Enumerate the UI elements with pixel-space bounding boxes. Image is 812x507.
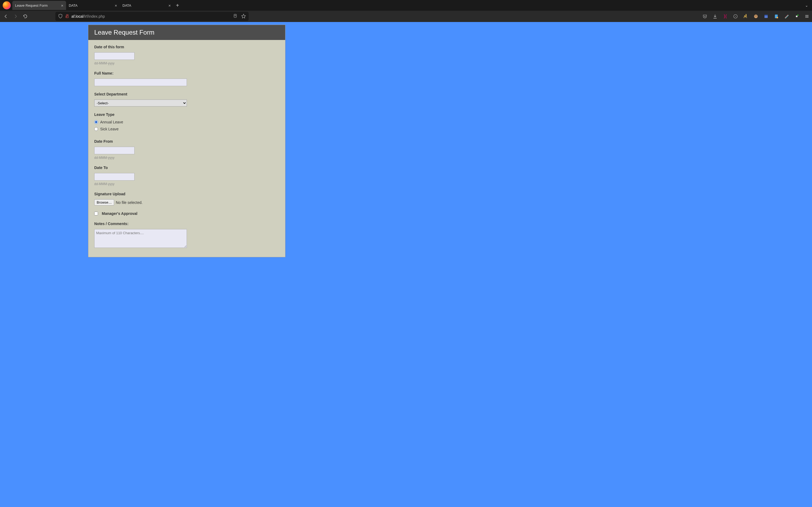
- svg-point-7: [754, 14, 758, 18]
- field-managers-approval: Manager's Approval: [94, 211, 279, 216]
- file-status: No file selected.: [116, 201, 143, 205]
- extension-icon-1[interactable]: [722, 13, 728, 19]
- svg-point-8: [755, 15, 756, 16]
- svg-rect-11: [764, 15, 768, 16]
- extension-icon-6[interactable]: [773, 13, 779, 19]
- browse-button[interactable]: Browse…: [94, 199, 114, 206]
- arrow-right-icon: [13, 14, 18, 19]
- tabs-dropdown-icon[interactable]: ⌄: [805, 3, 808, 7]
- svg-point-16: [797, 14, 799, 16]
- toolbar: af.local/lrf/index.php: [0, 11, 812, 22]
- svg-point-9: [756, 15, 757, 16]
- checkbox-managers-approval[interactable]: [94, 212, 98, 215]
- shield-icon[interactable]: [58, 14, 63, 19]
- input-full-name[interactable]: [94, 78, 187, 86]
- close-icon[interactable]: ×: [61, 3, 63, 8]
- label-full-name: Full Name:: [94, 71, 279, 75]
- input-date-from[interactable]: [94, 147, 135, 154]
- tab-data-1[interactable]: DATA ×: [66, 1, 120, 10]
- label-managers-approval: Manager's Approval: [102, 211, 138, 216]
- radio-annual-leave[interactable]: [94, 120, 98, 124]
- svg-point-6: [735, 16, 736, 17]
- label-notes: Notes / Comments:: [94, 222, 279, 226]
- tab-title: Leave Request Form: [15, 3, 48, 7]
- hint-date-of-form: dd-MMM-yyyy: [94, 61, 279, 65]
- tab-strip: Leave Request Form × DATA × DATA × + ⌄: [0, 0, 812, 11]
- back-button[interactable]: [2, 13, 10, 20]
- firefox-logo-icon[interactable]: [3, 1, 11, 9]
- form-card: Leave Request Form Date of this form dd-…: [88, 25, 286, 257]
- label-date-of-form: Date of this form: [94, 45, 279, 49]
- radio-label: Annual Leave: [100, 120, 123, 124]
- bookmark-star-icon[interactable]: [241, 14, 246, 19]
- field-full-name: Full Name:: [94, 71, 279, 86]
- arrow-left-icon: [3, 14, 8, 19]
- hint-date-to: dd-MMM-yyyy: [94, 182, 279, 186]
- hint-date-from: dd-MMM-yyyy: [94, 156, 279, 160]
- tab-leave-request-form[interactable]: Leave Request Form ×: [12, 1, 66, 10]
- close-icon[interactable]: ×: [115, 3, 117, 8]
- insecure-lock-icon[interactable]: [65, 14, 69, 19]
- browser-chrome: Leave Request Form × DATA × DATA × + ⌄: [0, 0, 812, 22]
- tab-title: DATA: [69, 3, 78, 7]
- url-bar[interactable]: af.local/lrf/index.php: [55, 12, 249, 21]
- url-path: /lrf/index.php: [83, 14, 105, 18]
- field-department: Select Department -Select-: [94, 92, 279, 107]
- label-leave-type: Leave Type: [94, 112, 279, 117]
- select-department[interactable]: -Select-: [94, 100, 187, 107]
- extension-icon-8[interactable]: [794, 13, 800, 19]
- form-body: Date of this form dd-MMM-yyyy Full Name:…: [88, 40, 285, 257]
- extension-icon-7[interactable]: [783, 13, 790, 19]
- extension-icon-3[interactable]: [743, 13, 749, 19]
- field-leave-type: Leave Type Annual Leave Sick Leave: [94, 112, 279, 131]
- field-date-from: Date From dd-MMM-yyyy: [94, 139, 279, 160]
- textarea-notes[interactable]: [94, 229, 187, 248]
- forward-button[interactable]: [12, 13, 19, 20]
- input-date-of-form[interactable]: [94, 52, 135, 60]
- field-date-to: Date To dd-MMM-yyyy: [94, 166, 279, 186]
- reload-icon: [23, 14, 28, 19]
- label-signature: Signature Upload: [94, 192, 279, 196]
- radio-sick-leave-row[interactable]: Sick Leave: [94, 127, 279, 131]
- label-date-from: Date From: [94, 139, 279, 144]
- reader-mode-icon[interactable]: [233, 14, 237, 19]
- close-icon[interactable]: ×: [168, 3, 171, 8]
- svg-point-15: [796, 15, 798, 17]
- form-title: Leave Request Form: [88, 25, 285, 40]
- url-text[interactable]: af.local/lrf/index.php: [71, 14, 231, 18]
- radio-sick-leave[interactable]: [94, 127, 98, 131]
- app-menu-icon[interactable]: [804, 13, 810, 19]
- tab-data-2[interactable]: DATA ×: [120, 1, 173, 10]
- downloads-icon[interactable]: [712, 13, 718, 19]
- url-host: af.local: [71, 14, 83, 18]
- radio-annual-leave-row[interactable]: Annual Leave: [94, 120, 279, 124]
- extension-icon-5[interactable]: [763, 13, 769, 19]
- new-tab-button[interactable]: +: [173, 1, 182, 9]
- input-date-to[interactable]: [94, 173, 135, 180]
- field-signature: Signature Upload Browse… No file selecte…: [94, 192, 279, 206]
- field-notes: Notes / Comments:: [94, 222, 279, 249]
- tab-title: DATA: [122, 3, 131, 7]
- svg-point-13: [776, 17, 778, 18]
- field-date-of-form: Date of this form dd-MMM-yyyy: [94, 45, 279, 65]
- pocket-icon[interactable]: [702, 13, 708, 19]
- extension-icon-4[interactable]: [753, 13, 759, 19]
- reload-button[interactable]: [21, 13, 29, 20]
- extension-icon-2[interactable]: [732, 13, 739, 19]
- page-viewport: Leave Request Form Date of this form dd-…: [0, 22, 812, 507]
- radio-label: Sick Leave: [100, 127, 118, 131]
- label-date-to: Date To: [94, 166, 279, 170]
- label-department: Select Department: [94, 92, 279, 96]
- toolbar-extensions: [702, 13, 810, 19]
